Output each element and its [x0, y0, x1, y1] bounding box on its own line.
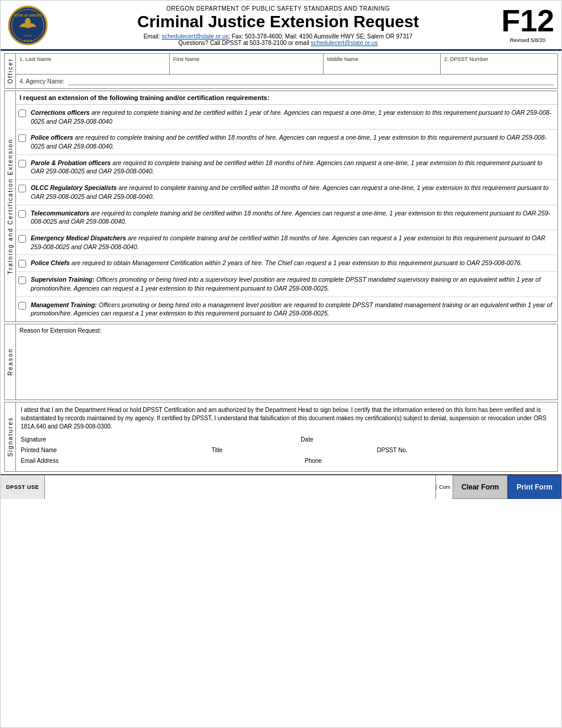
email-address-input[interactable]	[62, 457, 289, 464]
list-item: Management Training: Officers promoting …	[16, 297, 557, 321]
svg-text:DPSST: DPSST	[24, 34, 33, 37]
list-item: Police officers are required to complete…	[16, 130, 557, 154]
dpsst-number-label: 2. DPSST Number	[444, 56, 554, 62]
police-chiefs-checkbox[interactable]	[18, 260, 26, 268]
reason-textarea[interactable]	[20, 336, 554, 395]
print-form-button[interactable]: Print Form	[508, 475, 561, 499]
list-item: Corrections officers are required to com…	[16, 105, 557, 130]
signature-row: Signature Date	[21, 436, 553, 443]
reason-for-extension-label: Reason for Extension Request:	[20, 327, 554, 334]
fax-info: Fax: 503-378-4600;	[232, 33, 283, 40]
last-name-label: 1. Last Name	[20, 56, 166, 62]
officer-section: Officer 1. Last Name First Name Middle N…	[4, 53, 558, 89]
training-inner: I request an extension of the following …	[16, 91, 558, 322]
police-officers-checkbox[interactable]	[18, 134, 26, 142]
olcc-text: OLCC Regulatory Specialists are required…	[31, 183, 555, 201]
dpsst-use-label: DPSST USE	[1, 475, 45, 499]
corrections-officers-checkbox[interactable]	[18, 109, 26, 117]
date-input[interactable]	[316, 436, 553, 443]
footer-dpsst-use-area	[45, 475, 436, 499]
parole-probation-checkbox[interactable]	[18, 160, 26, 167]
svg-text:★ ★ ★: ★ ★ ★	[24, 39, 33, 42]
revised-date: Revised 5/8/20	[501, 37, 554, 43]
reason-label-cell: Reason	[4, 324, 16, 400]
list-item: Emergency Medical Dispatchers are requir…	[16, 230, 557, 255]
main-content: Officer 1. Last Name First Name Middle N…	[1, 53, 561, 472]
phone-input[interactable]	[325, 457, 553, 464]
mail-info: Mail: 4190 Aumsville HWY SE; Salem OR 97…	[285, 33, 412, 40]
agency-row: 4. Agency Name:	[16, 75, 557, 88]
officer-label-text: Officer	[7, 58, 14, 83]
officer-fields-wrapper: 1. Last Name First Name Middle Name 2. D…	[16, 53, 558, 89]
svg-text:STATE OF OREGON: STATE OF OREGON	[14, 14, 42, 17]
email2-link[interactable]: schedulecert@state.or.us	[311, 40, 377, 46]
signatures-inner: I attest that I am the Department Head o…	[16, 402, 558, 472]
telecommunicators-checkbox[interactable]	[18, 210, 26, 218]
officer-name-row: 1. Last Name First Name Middle Name 2. D…	[16, 54, 557, 75]
middle-name-label: Middle Name	[327, 56, 437, 62]
first-name-input[interactable]	[173, 62, 319, 69]
clear-form-button[interactable]: Clear Form	[453, 475, 508, 499]
emd-checkbox[interactable]	[18, 235, 26, 243]
header-center: OREGON DEPARTMENT OF PUBLIC SAFETY STAND…	[55, 5, 501, 46]
logo-image: STATE OF OREGON DPSST ★ ★ ★	[8, 5, 48, 46]
email-address-label: Email Address	[21, 458, 59, 464]
sig-statement: I attest that I am the Department Head o…	[21, 406, 553, 431]
middle-name-input[interactable]	[327, 62, 437, 69]
footer: DPSST USE Com Clear Form Print Form	[1, 474, 561, 499]
printed-name-input[interactable]	[60, 446, 202, 453]
phone-label: Phone	[305, 458, 322, 464]
management-training-checkbox[interactable]	[18, 302, 26, 310]
header-contact: Email: schedulecert@state.or.us; Fax: 50…	[55, 33, 501, 46]
printed-name-label: Printed Name	[21, 447, 57, 453]
form-number: F12	[501, 5, 554, 36]
email-link[interactable]: schedulecert@state.or.us	[162, 33, 228, 40]
dpsst-number-cell: 2. DPSST Number	[440, 54, 557, 74]
dpsst-no-label: DPSST No.	[377, 447, 408, 453]
page: STATE OF OREGON DPSST ★ ★ ★ OREGON DEPAR…	[0, 0, 562, 728]
title-label: Title	[211, 447, 222, 453]
dpsst-number-input[interactable]	[444, 62, 554, 69]
email-label: Email:	[144, 33, 160, 40]
signatures-label-text: Signatures	[7, 417, 14, 457]
signature-label: Signature	[21, 436, 46, 443]
corrections-officers-text: Corrections officers are required to com…	[31, 108, 555, 125]
footer-comment-area: Com	[436, 484, 453, 490]
header: STATE OF OREGON DPSST ★ ★ ★ OREGON DEPAR…	[1, 1, 561, 51]
questions-text: Questions? Call DPSST at 503-378-2100 or…	[179, 40, 309, 46]
printed-name-row: Printed Name Title DPSST No.	[21, 446, 553, 453]
signatures-label-cell: Signatures	[4, 402, 16, 472]
list-item: Telecommunicators are required to comple…	[16, 205, 557, 230]
management-training-text: Management Training: Officers promoting …	[31, 301, 555, 318]
emd-text: Emergency Medical Dispatchers are requir…	[31, 234, 555, 251]
training-label-text: Training and Certification Extension	[7, 138, 14, 275]
olcc-checkbox[interactable]	[18, 185, 26, 192]
date-label: Date	[301, 436, 313, 443]
reason-section: Reason Reason for Extension Request:	[4, 324, 558, 400]
first-name-label: First Name	[173, 56, 319, 62]
last-name-cell: 1. Last Name	[16, 54, 169, 74]
police-officers-text: Police officers are required to complete…	[31, 133, 555, 150]
svg-point-4	[25, 18, 31, 25]
officer-label: Officer	[4, 53, 16, 89]
last-name-input[interactable]	[20, 62, 166, 69]
agency-name-input[interactable]	[68, 78, 554, 85]
reason-label-text: Reason	[7, 348, 14, 375]
supervision-training-checkbox[interactable]	[18, 276, 26, 284]
parole-probation-text: Parole & Probation officers are required…	[31, 159, 555, 176]
form-title: Criminal Justice Extension Request	[55, 13, 501, 31]
signature-input[interactable]	[50, 436, 286, 443]
list-item: Supervision Training: Officers promoting…	[16, 272, 557, 297]
supervision-training-text: Supervision Training: Officers promoting…	[31, 275, 555, 292]
list-item: Police Chiefs are required to obtain Man…	[16, 255, 557, 272]
dpsst-no-input[interactable]	[411, 446, 553, 453]
dept-name: OREGON DEPARTMENT OF PUBLIC SAFETY STAND…	[55, 5, 501, 12]
title-input[interactable]	[226, 446, 367, 453]
training-label: Training and Certification Extension	[4, 91, 16, 322]
telecommunicators-text: Telecommunicators are required to comple…	[31, 209, 555, 226]
signatures-section: Signatures I attest that I am the Depart…	[4, 402, 558, 472]
list-item: Parole & Probation officers are required…	[16, 155, 557, 180]
police-chiefs-text: Police Chiefs are required to obtain Man…	[31, 259, 555, 268]
email-phone-row: Email Address Phone	[21, 457, 553, 464]
training-header: I request an extension of the following …	[16, 91, 557, 105]
